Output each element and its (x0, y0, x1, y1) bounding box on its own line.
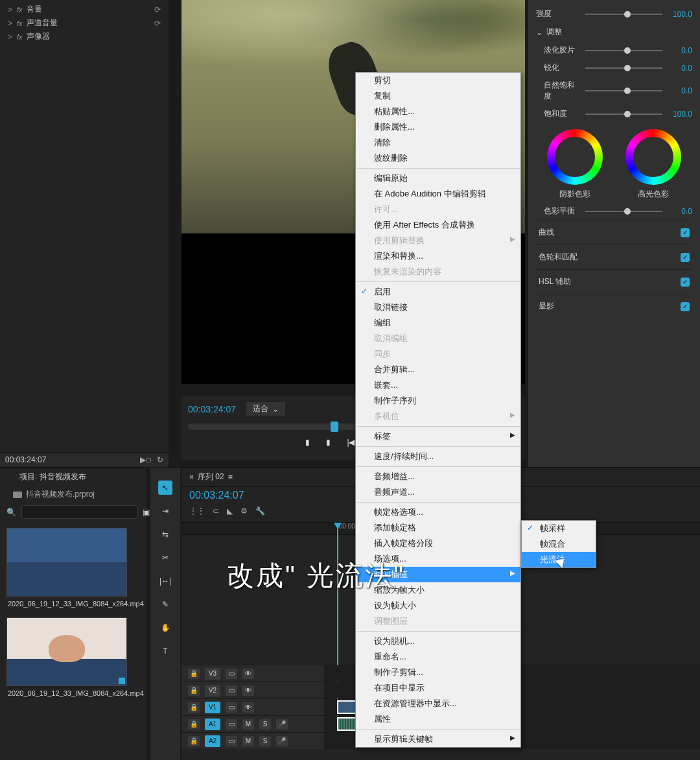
wrench-icon[interactable]: 🔧 (255, 506, 265, 516)
mute-button[interactable]: M (242, 736, 254, 746)
loop-icon[interactable]: ↻ (157, 455, 163, 464)
toggle-output-icon[interactable]: ▭ (226, 702, 237, 713)
voice-icon[interactable]: 🎤 (276, 736, 288, 746)
menu-item[interactable]: 使用 After Effects 合成替换 (356, 217, 520, 233)
track-label[interactable]: A2 (205, 735, 220, 747)
toggle-output-icon[interactable]: ▭ (226, 685, 237, 696)
menu-item[interactable]: 添加帧定格 (356, 520, 520, 536)
twirl-icon[interactable]: > (8, 32, 14, 42)
slider[interactable] (585, 67, 662, 69)
voice-icon[interactable]: 🎤 (276, 719, 288, 730)
menu-item[interactable]: 光流法 (522, 552, 596, 567)
menu-item[interactable]: 编辑原始 (356, 171, 520, 186)
menu-item[interactable]: 属性 (356, 711, 520, 727)
eye-icon[interactable]: 👁 (242, 685, 254, 696)
selection-tool-icon[interactable]: ↖ (158, 481, 172, 495)
menu-item[interactable]: 场选项... (356, 551, 520, 567)
linked-selection-icon[interactable]: ⊂ (213, 506, 219, 516)
menu-item[interactable]: 设为帧大小 (356, 598, 520, 613)
slider-value[interactable]: 0.0 (668, 86, 692, 95)
menu-item[interactable]: 在 Adobe Audition 中编辑剪辑 (356, 186, 520, 202)
lock-icon[interactable]: 🔒 (188, 685, 200, 696)
menu-item[interactable]: 在项目中显示 (356, 680, 520, 696)
menu-item[interactable]: 渲染和替换... (356, 248, 520, 264)
snap-icon[interactable]: ⋮⋮ (189, 506, 205, 516)
menu-item[interactable]: 时间插值▶ (356, 567, 520, 582)
project-item[interactable]: 2020_06_19_12_33_IMG_8084_x264.mp4 (6, 528, 127, 611)
sequence-tab[interactable]: × 序列 02 ≡ (189, 471, 233, 482)
menu-item[interactable]: 删除属性... (356, 119, 520, 135)
slider-value[interactable]: 100.0 (668, 110, 692, 119)
slip-tool-icon[interactable]: |↔| (158, 574, 172, 588)
settings-icon[interactable]: ⚙ (240, 506, 248, 516)
menu-item[interactable]: 标签▶ (356, 429, 520, 444)
toggle-output-icon[interactable]: ▭ (226, 719, 237, 730)
section-hsl[interactable]: HSL 辅助✓ (536, 269, 692, 294)
track-label[interactable]: A1 (205, 718, 220, 730)
fx-item-channel-volume[interactable]: > fx 声道音量 ⟳ (0, 16, 169, 30)
fx-item-volume[interactable]: > fx 音量 ⟳ (0, 3, 169, 16)
menu-item[interactable]: 在资源管理器中显示... (356, 696, 520, 711)
menu-item[interactable]: 清除 (356, 135, 520, 150)
solo-button[interactable]: S (259, 736, 271, 746)
lock-icon[interactable]: 🔒 (188, 736, 200, 746)
menu-item[interactable]: 显示剪辑关键帧▶ (356, 731, 520, 747)
menu-item[interactable]: 制作子序列 (356, 393, 520, 409)
menu-item[interactable]: 剪切 (356, 73, 520, 88)
marker-icon[interactable]: ◣ (227, 506, 233, 516)
track-label[interactable]: V3 (205, 668, 220, 680)
balance-value[interactable]: 0.0 (668, 207, 692, 216)
toggle-output-icon[interactable]: ▭ (226, 669, 237, 679)
menu-item[interactable]: 粘贴属性... (356, 104, 520, 119)
close-icon[interactable]: × (189, 473, 194, 482)
timeline-timecode[interactable]: 00:03:24:07 (189, 490, 244, 501)
highlight-color-wheel[interactable]: 高光色彩 (625, 129, 681, 200)
pen-tool-icon[interactable]: ✎ (158, 597, 172, 612)
toggle-output-icon[interactable]: ▭ (226, 736, 237, 746)
menu-item[interactable]: 插入帧定格分段 (356, 536, 520, 551)
section-checkbox[interactable]: ✓ (681, 228, 690, 237)
search-icon[interactable]: 🔍 (6, 508, 16, 517)
reset-icon[interactable]: ⟳ (154, 5, 161, 14)
eye-icon[interactable]: 👁 (242, 669, 254, 679)
lock-icon[interactable]: 🔒 (188, 702, 200, 713)
filter-icon[interactable]: ▣ (143, 508, 150, 517)
adjust-section-header[interactable]: ⌄ 调整 (536, 23, 692, 42)
menu-item[interactable]: 帧定格选项... (356, 505, 520, 520)
track-label[interactable]: V2 (205, 685, 220, 696)
section-checkbox[interactable]: ✓ (681, 278, 690, 287)
menu-item[interactable]: 音频声道... (356, 484, 520, 500)
type-tool-icon[interactable]: T (158, 644, 172, 658)
menu-item[interactable]: 速度/持续时间... (356, 449, 520, 464)
menu-item[interactable]: 重命名... (356, 649, 520, 665)
solo-button[interactable]: S (259, 719, 271, 730)
menu-item[interactable]: 启用✓ (356, 284, 520, 300)
mark-in-icon[interactable]: ▮ (305, 438, 310, 447)
twirl-icon[interactable]: > (8, 5, 14, 14)
slider[interactable] (585, 113, 662, 115)
ripple-edit-tool-icon[interactable]: ⇆ (158, 527, 172, 541)
shadow-color-wheel[interactable]: 阴影色彩 (547, 129, 603, 200)
tab-menu-icon[interactable]: ≡ (228, 473, 233, 482)
project-item[interactable]: 2020_06_19_12_33_IMG_8084_x264.mp4 (6, 617, 127, 700)
go-to-in-icon[interactable]: |◀ (347, 438, 355, 447)
razor-tool-icon[interactable]: ✂ (158, 551, 172, 565)
menu-item[interactable]: 音频增益... (356, 469, 520, 484)
eye-icon[interactable]: 👁 (242, 702, 254, 713)
menu-item[interactable]: 合并剪辑... (356, 362, 520, 377)
slider-value[interactable]: 0.0 (668, 46, 692, 55)
track-select-tool-icon[interactable]: ⇥ (158, 504, 172, 518)
menu-item[interactable]: 编组 (356, 315, 520, 331)
monitor-timecode[interactable]: 00:03:24:07 (188, 404, 236, 414)
mark-out-icon[interactable]: ▮ (326, 438, 331, 447)
menu-item[interactable]: 嵌套... (356, 377, 520, 393)
play-icon[interactable]: ▶□ (140, 455, 150, 464)
fx-item-panner[interactable]: > fx 声像器 (0, 30, 169, 43)
menu-item[interactable]: 设为脱机... (356, 634, 520, 649)
lock-icon[interactable]: 🔒 (188, 669, 200, 679)
section-vignette[interactable]: 晕影✓ (536, 294, 692, 318)
menu-item[interactable]: 复制 (356, 88, 520, 104)
lock-icon[interactable]: 🔒 (188, 719, 200, 730)
section-color-wheels[interactable]: 色轮和匹配✓ (536, 244, 692, 269)
menu-item[interactable]: 波纹删除 (356, 150, 520, 166)
